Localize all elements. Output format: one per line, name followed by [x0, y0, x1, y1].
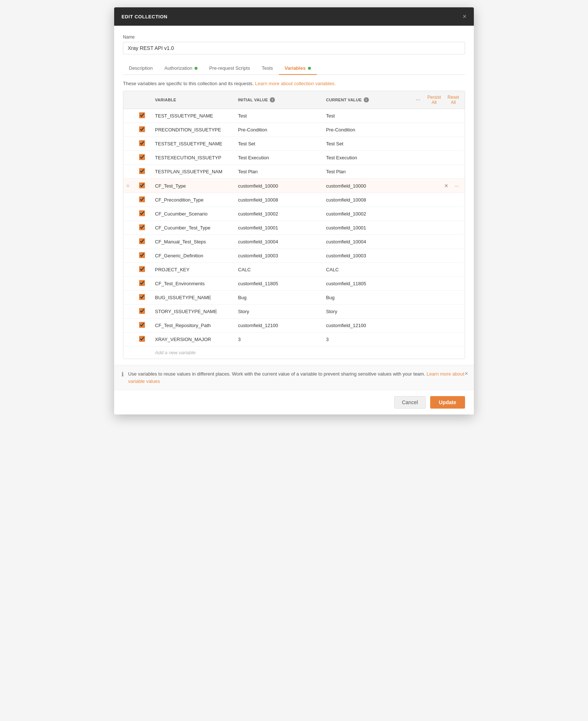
current-value-cell: customfield_10002: [322, 207, 410, 221]
row-checkbox[interactable]: [139, 168, 145, 174]
row-checkbox[interactable]: [139, 294, 145, 300]
initial-value-cell: customfield_10002: [234, 207, 322, 221]
table-row: TESTSET_ISSUETYPE_NAMETest SetTest Set: [123, 137, 465, 151]
current-value-cell: CALC: [322, 263, 410, 277]
row-checkbox[interactable]: [139, 308, 145, 314]
name-input[interactable]: [123, 42, 465, 54]
initial-value-cell: Bug: [234, 291, 322, 305]
modal-header: EDIT COLLECTION ×: [114, 7, 474, 26]
row-actions-cell: [410, 165, 465, 179]
tab-description[interactable]: Description: [123, 62, 159, 75]
row-actions-cell: ✕ ···: [410, 179, 465, 193]
tab-prerequest[interactable]: Pre-request Scripts: [203, 62, 256, 75]
table-dots-button[interactable]: ···: [414, 97, 422, 103]
update-button[interactable]: Update: [430, 396, 465, 409]
row-checkbox[interactable]: [139, 182, 145, 188]
initial-value-cell: customfield_10008: [234, 193, 322, 207]
current-value-cell: customfield_10001: [322, 221, 410, 235]
row-checkbox[interactable]: [139, 336, 145, 342]
row-checkbox[interactable]: [139, 238, 145, 244]
row-actions-cell: [410, 221, 465, 235]
current-value-cell: customfield_10003: [322, 249, 410, 263]
reset-all-button[interactable]: Reset All: [446, 95, 460, 105]
table-row: XRAY_VERSION_MAJOR33: [123, 333, 465, 347]
initial-value-cell: customfield_12100: [234, 319, 322, 333]
current-value-cell: Test: [322, 109, 410, 123]
current-value-cell: Story: [322, 305, 410, 319]
initial-value-cell: Test: [234, 109, 322, 123]
variable-name-cell: CF_Test_Environments: [150, 277, 233, 291]
row-checkbox[interactable]: [139, 112, 145, 118]
table-row: CF_Cucumber_Test_Typecustomfield_10001cu…: [123, 221, 465, 235]
current-value-info-icon[interactable]: i: [364, 97, 369, 102]
row-checkbox[interactable]: [139, 266, 145, 272]
row-checkbox[interactable]: [139, 224, 145, 230]
footer-info-text: Use variables to reuse values in differe…: [128, 370, 467, 385]
tab-variables[interactable]: Variables: [279, 62, 317, 75]
row-delete-button[interactable]: ✕: [443, 182, 450, 189]
row-checkbox[interactable]: [139, 126, 145, 132]
row-actions-cell: [410, 109, 465, 123]
add-variable-cell[interactable]: Add a new variable: [150, 347, 233, 359]
row-checkbox[interactable]: [139, 252, 145, 258]
row-actions-cell: [410, 123, 465, 137]
variable-name-cell: STORY_ISSUETYPE_NAME: [150, 305, 233, 319]
variable-name-cell: TESTPLAN_ISSUETYPE_NAM: [150, 165, 233, 179]
initial-value-cell: Test Plan: [234, 165, 322, 179]
variable-name-cell: CF_Test_Type: [150, 179, 233, 193]
variable-name-cell: CF_Manual_Test_Steps: [150, 235, 233, 249]
current-value-cell: customfield_10000: [322, 179, 410, 193]
col-initial-header: INITIAL VALUE i: [234, 91, 322, 109]
table-row: CF_Cucumber_Scenariocustomfield_10002cus…: [123, 207, 465, 221]
row-checkbox[interactable]: [139, 210, 145, 216]
row-checkbox[interactable]: [139, 322, 145, 328]
table-row: CF_Precondition_Typecustomfield_10008cus…: [123, 193, 465, 207]
table-row: PRECONDITION_ISSUETYPEPre-ConditionPre-C…: [123, 123, 465, 137]
initial-value-cell: customfield_10004: [234, 235, 322, 249]
modal-body: Name Description Authorization Pre-reque…: [114, 26, 474, 390]
row-checkbox[interactable]: [139, 154, 145, 160]
tabs-container: Description Authorization Pre-request Sc…: [123, 62, 465, 75]
cancel-button[interactable]: Cancel: [394, 396, 426, 409]
variable-name-cell: CF_Cucumber_Scenario: [150, 207, 233, 221]
table-row: TESTEXECUTION_ISSUETYPTest ExecutionTest…: [123, 151, 465, 165]
initial-value-cell: Test Execution: [234, 151, 322, 165]
tab-authorization[interactable]: Authorization: [159, 62, 203, 75]
initial-value-info-icon[interactable]: i: [270, 97, 275, 102]
current-value-cell: Test Plan: [322, 165, 410, 179]
close-icon[interactable]: ×: [462, 13, 467, 20]
row-checkbox[interactable]: [139, 140, 145, 146]
initial-value-cell: 3: [234, 333, 322, 347]
modal-title: EDIT COLLECTION: [121, 14, 167, 19]
variables-table-container: VARIABLE INITIAL VALUE i CURRENT VALUE: [123, 91, 465, 359]
row-actions-cell: [410, 333, 465, 347]
table-row: CF_Test_Repository_Pathcustomfield_12100…: [123, 319, 465, 333]
name-label: Name: [123, 35, 465, 40]
current-value-cell: Pre-Condition: [322, 123, 410, 137]
name-field: Name: [123, 35, 465, 54]
row-checkbox[interactable]: [139, 280, 145, 286]
drag-icon[interactable]: ≡: [126, 183, 129, 189]
variable-name-cell: TEST_ISSUETYPE_NAME: [150, 109, 233, 123]
variable-name-cell: CF_Precondition_Type: [150, 193, 233, 207]
row-checkbox[interactable]: [139, 196, 145, 202]
row-more-button[interactable]: ···: [453, 182, 460, 189]
initial-value-cell: customfield_11805: [234, 277, 322, 291]
variable-name-cell: CF_Test_Repository_Path: [150, 319, 233, 333]
footer-info-banner: ℹ Use variables to reuse values in diffe…: [114, 365, 474, 390]
initial-value-cell: Test Set: [234, 137, 322, 151]
current-value-cell: customfield_12100: [322, 319, 410, 333]
variable-name-cell: TESTEXECUTION_ISSUETYP: [150, 151, 233, 165]
current-value-cell: customfield_10008: [322, 193, 410, 207]
row-actions-cell: [410, 319, 465, 333]
learn-more-link[interactable]: Learn more about collection variables.: [255, 81, 336, 86]
persist-all-button[interactable]: Persist All: [427, 95, 442, 105]
tab-tests[interactable]: Tests: [256, 62, 279, 75]
current-value-cell: customfield_11805: [322, 277, 410, 291]
row-actions-cell: [410, 305, 465, 319]
row-actions-cell: [410, 291, 465, 305]
initial-value-cell: customfield_10003: [234, 249, 322, 263]
add-variable-row: Add a new variable: [123, 347, 465, 359]
variables-table: VARIABLE INITIAL VALUE i CURRENT VALUE: [123, 91, 465, 359]
footer-close-button[interactable]: ×: [465, 370, 468, 377]
